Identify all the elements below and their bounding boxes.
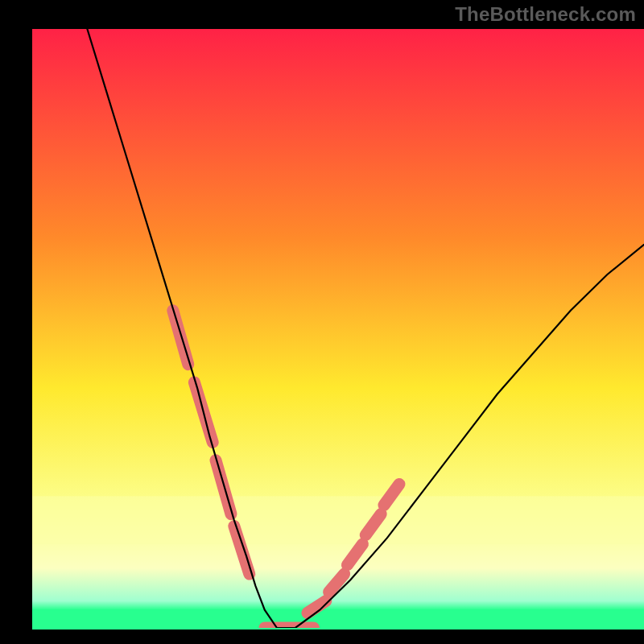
bottleneck-chart xyxy=(0,0,644,644)
chart-stage: TheBottleneck.com xyxy=(0,0,644,644)
watermark-text: TheBottleneck.com xyxy=(455,3,636,26)
pale-band xyxy=(32,496,644,544)
green-baseline xyxy=(32,610,644,630)
